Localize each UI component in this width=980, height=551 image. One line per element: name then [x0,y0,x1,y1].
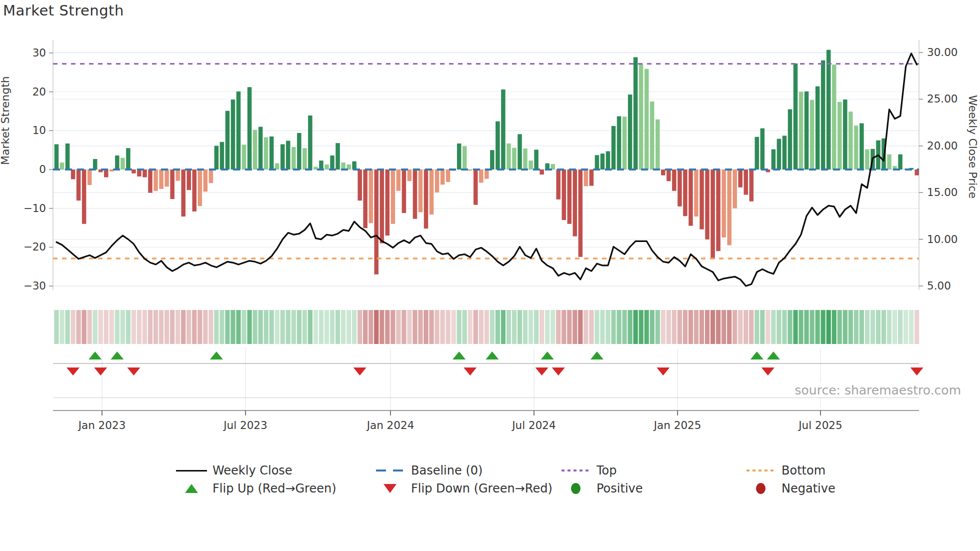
strength-bar [590,170,594,186]
heatmap-cell [716,310,720,344]
strength-bar [722,170,726,238]
right-tick-label: 5.00 [927,280,951,292]
heatmap-cell [407,310,412,344]
heatmap-cell [661,310,666,344]
strength-bar [750,170,754,202]
heatmap-cell [816,310,820,344]
left-tick-label: 20 [32,86,46,98]
x-tick-label: Jan 2024 [366,419,414,432]
heatmap-cell [865,310,870,344]
flip-down-marker [762,368,774,376]
strength-bar [468,170,472,170]
heatmap-cell [424,310,428,344]
heatmap-cell [644,310,649,344]
strength-bar [887,154,892,170]
strength-bar [838,102,842,170]
strength-bar [93,159,98,170]
legend-positive: Positive [560,481,643,496]
strength-bar [479,170,484,182]
heatmap-cell [892,310,897,344]
strength-bar [678,170,682,206]
heatmap-cell [860,310,864,344]
strength-bar [584,170,588,186]
heatmap-cell [115,310,120,344]
heatmap-cell [402,310,406,344]
heatmap-cell [198,310,202,344]
right-tick-label: 15.00 [927,186,958,198]
strength-bar [506,144,511,170]
strength-bar [738,170,742,188]
heatmap-cell [584,310,588,344]
x-axis: Jan 2023Jul 2023Jan 2024Jul 2024Jan 2025… [53,410,919,432]
strength-bar [457,144,462,170]
strength-bar [231,100,236,170]
strength-bar [115,156,120,170]
heatmap-cell [270,310,274,344]
strength-bar [292,147,296,170]
strength-bar [198,170,202,206]
heatmap-cell [656,310,660,344]
heatmap-cell [208,310,213,344]
strength-bar [319,160,324,170]
strength-bar [484,170,489,179]
heatmap-cell [672,310,676,344]
strength-bar [617,116,622,170]
heatmap-cell [606,310,610,344]
heatmap-cell [418,310,422,344]
strength-bar [159,170,164,189]
heatmap-cell [788,310,792,344]
strength-bar [490,150,494,170]
strength-bar [794,64,798,170]
strength-bar [248,87,252,170]
heatmap-cell [634,310,638,344]
heatmap-cell [170,310,174,344]
strength-bar [710,170,715,259]
heatmap-strip [54,310,919,344]
heatmap-cell [804,310,808,344]
strength-bar [226,111,230,170]
strength-bar [732,170,737,208]
left-tick-label: 10 [32,124,46,136]
strength-bar [408,170,412,181]
strength-bar [120,158,125,170]
strength-bar [772,150,776,170]
heatmap-cell [490,310,494,344]
heatmap-cell [396,310,400,344]
heatmap-cell [137,310,142,344]
heatmap-cell [275,310,280,344]
heatmap-cell [722,310,726,344]
flip-up-triangle-icon [176,484,207,493]
right-tick-label: 20.00 [927,140,958,152]
strength-bar [330,156,334,170]
x-tick-label: Jan 2025 [653,419,702,432]
strength-bar [810,100,814,170]
strength-bar [164,170,169,186]
heatmap-cell [434,310,439,344]
heatmap-cell [159,310,164,344]
flip-up-marker [486,352,498,360]
heatmap-cell [120,310,125,344]
strength-bar [462,146,467,170]
heatmap-cell [705,310,710,344]
heatmap-cell [314,310,318,344]
heatmap-cell [512,310,516,344]
heatmap-cell [826,310,831,344]
strength-bar [204,170,208,192]
heatmap-cell [501,310,506,344]
heatmap-cell [567,310,572,344]
strength-bar [336,143,340,170]
strength-bar [534,150,538,170]
strength-bar [126,148,130,170]
strength-bar [578,170,583,257]
heatmap-cell [142,310,147,344]
strength-bar [82,170,86,224]
strength-bar [595,155,600,170]
left-tick-label: −20 [24,240,46,253]
heatmap-cell [496,310,500,344]
strength-bar [54,144,59,170]
strength-bar [755,137,760,170]
strength-bar [363,170,368,228]
heatmap-cell [611,310,616,344]
heatmap-cell [60,310,64,344]
heatmap-cell [518,310,522,344]
